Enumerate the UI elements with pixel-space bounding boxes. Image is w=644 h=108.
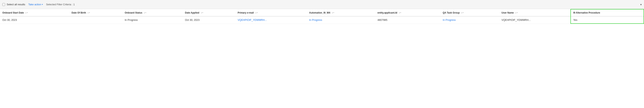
results-table: Onboard Start Date ▲▼ Date Of Birth ▲▼ O… bbox=[0, 9, 644, 24]
cell-entity-applicant-id: 4807985 bbox=[375, 16, 440, 24]
col-header-onboard-start-date[interactable]: Onboard Start Date ▲▼ bbox=[0, 9, 69, 16]
table-row: Oct 30, 2023 In Progress Oct 30, 2023 VQ… bbox=[0, 16, 644, 24]
sort-icon-primary-email: ▲▼ bbox=[255, 12, 258, 14]
sort-icon-qa-task-group: ▲▼ bbox=[461, 12, 464, 14]
col-header-date-of-birth[interactable]: Date Of Birth ▲▼ bbox=[69, 9, 122, 16]
col-label-onboard-status: Onboard Status bbox=[124, 11, 142, 14]
table-container: Onboard Start Date ▲▼ Date Of Birth ▲▼ O… bbox=[0, 9, 644, 24]
col-header-entity-applicant-id[interactable]: entity.applicant.Id ▲▼ bbox=[375, 9, 440, 16]
cell-i9-alternative-procedure: Yes bbox=[571, 16, 644, 24]
chevron-down-icon: ▾ bbox=[42, 3, 43, 6]
col-label-automation-i9-w4: Automation_I9_W4 bbox=[309, 11, 330, 14]
cell-qa-task-group[interactable]: In Progress bbox=[440, 16, 499, 24]
col-header-primary-email[interactable]: Primary e-mail ▲▼ bbox=[235, 9, 307, 16]
sort-icon-onboard-start-date: ▲▼ bbox=[25, 12, 28, 14]
col-label-qa-task-group: QA Task Group bbox=[443, 11, 460, 14]
col-header-date-applied[interactable]: Date Applied ▲▼ bbox=[183, 9, 235, 16]
sort-icon-user-name: ▲▼ bbox=[515, 12, 518, 14]
cell-primary-email[interactable]: VQEHPIOIF_YDWMRH... bbox=[235, 16, 307, 24]
header-row: Onboard Start Date ▲▼ Date Of Birth ▲▼ O… bbox=[0, 9, 644, 16]
filter-criteria-label: Selected Filter Criteria : 1 bbox=[46, 3, 75, 6]
col-header-automation-i9-w4[interactable]: Automation_I9_W4 ▲▼ bbox=[307, 9, 375, 16]
cell-onboard-status: In Progress bbox=[122, 16, 182, 24]
col-header-user-name[interactable]: User Name ▲▼ bbox=[499, 9, 571, 16]
toolbar: Select all results Take action ▾ Selecte… bbox=[0, 0, 644, 9]
col-label-primary-email: Primary e-mail bbox=[238, 11, 254, 14]
chevron-up-icon: ▾ bbox=[640, 3, 642, 6]
cell-onboard-start-date: Oct 30, 2023 bbox=[0, 16, 69, 24]
sort-icon-date-applied: ▲▼ bbox=[201, 12, 204, 14]
col-label-date-of-birth: Date Of Birth bbox=[72, 11, 86, 14]
take-action-button[interactable]: Take action ▾ bbox=[28, 3, 43, 6]
col-label-user-name: User Name bbox=[502, 11, 514, 14]
col-label-onboard-start-date: Onboard Start Date bbox=[2, 11, 24, 14]
take-action-label: Take action bbox=[28, 3, 41, 6]
table-body: Oct 30, 2023 In Progress Oct 30, 2023 VQ… bbox=[0, 16, 644, 24]
sort-icon-date-of-birth: ▲▼ bbox=[88, 12, 90, 14]
cell-date-of-birth bbox=[69, 16, 122, 24]
cell-user-name: VQEHPIOIF_YDWMRH... bbox=[499, 16, 571, 24]
table-header: Onboard Start Date ▲▼ Date Of Birth ▲▼ O… bbox=[0, 9, 644, 16]
col-label-entity-applicant-id: entity.applicant.Id bbox=[378, 11, 397, 14]
select-all-checkbox[interactable] bbox=[2, 3, 5, 6]
collapse-button[interactable]: ▾ bbox=[640, 3, 642, 6]
col-label-i9-alternative-procedure: I9 Alternative Procedure bbox=[573, 11, 600, 14]
select-all-label: Select all results bbox=[7, 3, 25, 6]
sort-icon-automation-i9-w4: ▲▼ bbox=[332, 12, 334, 14]
cell-automation-i9-w4[interactable]: In Progress bbox=[307, 16, 375, 24]
select-all-wrapper: Select all results bbox=[2, 3, 25, 6]
cell-date-applied: Oct 30, 2023 bbox=[183, 16, 235, 24]
sort-icon-entity-applicant-id: ▲▼ bbox=[399, 12, 402, 14]
col-label-date-applied: Date Applied bbox=[185, 11, 199, 14]
col-header-onboard-status[interactable]: Onboard Status ▲▼ bbox=[122, 9, 182, 16]
col-header-qa-task-group[interactable]: QA Task Group ▲▼ bbox=[440, 9, 499, 16]
col-header-i9-alternative-procedure[interactable]: I9 Alternative Procedure bbox=[571, 9, 644, 16]
sort-icon-onboard-status: ▲▼ bbox=[144, 12, 146, 14]
